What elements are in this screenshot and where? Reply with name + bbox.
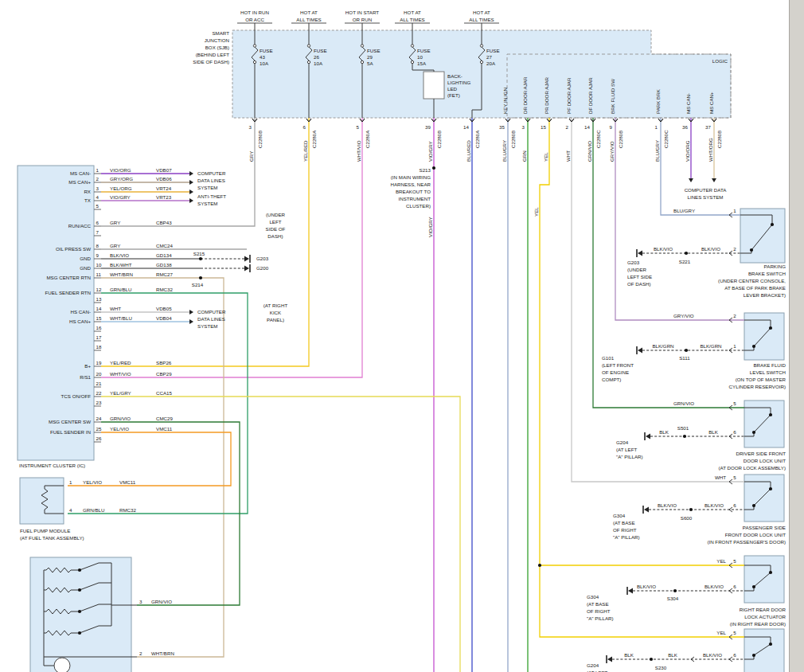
right-rear-door-lock-label: RIGHT REAR DOORLOCK ACTUATOR(IN RIGHT RE… bbox=[730, 607, 786, 627]
label: (UNDERLEFTSIDE OFDASH) bbox=[266, 212, 286, 239]
terminal-icon bbox=[411, 61, 413, 63]
label: BLU/GRY bbox=[673, 208, 695, 213]
scrollbar[interactable] bbox=[789, 0, 804, 672]
ground-g203-ic-arrow-icon bbox=[244, 256, 249, 262]
brake-fluid-switch-label: BRAKE FLUIDLEVEL SWITCH(ON TOP OF MASTER… bbox=[729, 362, 786, 389]
terminal-icon bbox=[480, 61, 482, 63]
ic-signal-label: FUEL SENDER RTN bbox=[45, 290, 91, 295]
label: 1 bbox=[733, 208, 736, 213]
connector-pin-number: 3 bbox=[522, 124, 525, 130]
ic-pin-number: 5 bbox=[96, 203, 100, 209]
splice-dot-icon bbox=[769, 413, 772, 416]
ic-pin-number: 7 bbox=[96, 229, 100, 235]
ic-signal-label: MSG CENTER SW bbox=[49, 419, 91, 424]
connector-pin-number: 5 bbox=[357, 124, 360, 130]
label: G204(AT LEFT"A" PILLAR) bbox=[616, 440, 643, 459]
connector-name: C2280C bbox=[595, 130, 601, 148]
label: S215 bbox=[193, 251, 205, 256]
ic-wire-color: WHT/BLU bbox=[110, 315, 132, 321]
splice-dot-icon bbox=[769, 326, 772, 330]
ic-signal-label: TX bbox=[84, 197, 91, 203]
ground-g204-arrow-icon bbox=[646, 434, 650, 440]
fet-box bbox=[423, 72, 444, 99]
label: GRY/VIO bbox=[673, 313, 694, 318]
fuel-pump-label: FUEL PUMP MODULE bbox=[20, 528, 70, 533]
splice-dot-icon bbox=[199, 257, 202, 260]
connector-name: C2280B bbox=[716, 131, 722, 148]
arrowhead-icon bbox=[189, 198, 193, 203]
connector-pin-number: 15 bbox=[541, 124, 546, 130]
wiring-diagram: HOT IN RUNOR ACCHOT ATALL TIMESHOT IN ST… bbox=[0, 0, 804, 672]
logic-label: LOGIC bbox=[712, 58, 728, 64]
label: (AT RIGHTKICKPANEL) bbox=[263, 303, 288, 322]
ic-signal-label: HS CAN+ bbox=[69, 318, 91, 324]
splice-dot-icon bbox=[769, 487, 772, 490]
ic-wire-color: GRN/BLU bbox=[110, 287, 132, 292]
label: BLK/VIO bbox=[704, 584, 724, 589]
label: 4 bbox=[69, 507, 72, 513]
sjb-label: SMARTJUNCTIONBOX (SJB)(BEHIND LEFTSIDE O… bbox=[193, 30, 229, 64]
ic-pin-number: 18 bbox=[96, 344, 102, 350]
ic-pin-number: 25 bbox=[96, 426, 102, 432]
ic-circuit-code: VMC11 bbox=[156, 426, 173, 432]
terminal-icon bbox=[307, 45, 310, 47]
wire-color-label: GRY bbox=[248, 151, 254, 162]
label: G204(AT LEFT bbox=[587, 662, 607, 672]
connector-pin-number: 39 bbox=[425, 124, 431, 130]
label: 2 bbox=[733, 313, 736, 318]
ic-signal-label: B+ bbox=[84, 363, 91, 369]
ic-pin-number: 14 bbox=[96, 306, 102, 311]
splice-dot-icon bbox=[752, 585, 755, 588]
label: S304 bbox=[667, 596, 679, 601]
terminal-icon bbox=[253, 61, 256, 63]
label: RMC32 bbox=[119, 507, 137, 513]
ic-pin-number: 24 bbox=[96, 416, 102, 421]
logic-signal-label: PF DOOR AJAR bbox=[566, 77, 572, 114]
label: YEL bbox=[533, 207, 539, 217]
wire-color-label: BLU/RED bbox=[466, 140, 471, 162]
label: GRN/VIO bbox=[673, 400, 694, 406]
logic-signal-label: MS CAN+ bbox=[708, 92, 714, 114]
label: G203 bbox=[256, 256, 269, 261]
ic-pin-number: 11 bbox=[96, 272, 102, 277]
terminal-icon bbox=[307, 61, 310, 63]
splice-dot-icon bbox=[685, 252, 688, 255]
wire-yel-red bbox=[101, 118, 309, 366]
label: S214 bbox=[192, 282, 204, 287]
label: 5 bbox=[733, 558, 736, 564]
ic-pin-number: 19 bbox=[96, 360, 102, 365]
wire-color-label: GRN bbox=[521, 150, 527, 162]
ic-circuit-code: CBP43 bbox=[156, 220, 172, 225]
label: BLK/GRN bbox=[652, 343, 673, 349]
wire-blu-gry-park-brk bbox=[661, 118, 740, 215]
ic-circuit-code: VDB07 bbox=[156, 167, 172, 173]
ic-wire-color: YEL/VIO bbox=[110, 426, 129, 432]
ic-wire-color: WHT bbox=[110, 306, 121, 311]
ic-circuit-code: CCA15 bbox=[156, 390, 173, 396]
supply-label: HOT IN RUNOR ACC bbox=[240, 10, 269, 22]
ic-signal-label: OIL PRESS SW bbox=[56, 246, 91, 252]
label: 1 bbox=[69, 479, 72, 485]
ground-g304-rear-arrow-icon bbox=[628, 588, 633, 594]
supply-label: HOT ATALL TIMES bbox=[469, 10, 494, 22]
supply-label: HOT IN STARTOR RUN bbox=[345, 10, 380, 22]
ic-wire-color: GRN/VIO bbox=[110, 416, 131, 421]
terminal-icon bbox=[54, 658, 70, 672]
logic-signal-label: DF DOOR AJAR bbox=[587, 77, 593, 114]
ic-signal-label: HS CAN- bbox=[71, 309, 91, 315]
logic-signal-label: KEY IN IGN bbox=[502, 88, 508, 114]
wire-yel-gry bbox=[101, 397, 460, 672]
label: G200 bbox=[256, 265, 269, 271]
label: WHT/BRN bbox=[151, 651, 174, 656]
left-rear-door-lock-box bbox=[744, 629, 784, 672]
terminal-icon bbox=[361, 45, 363, 47]
splice-dot-icon bbox=[78, 631, 81, 635]
ic-pin-number: 3 bbox=[96, 186, 100, 191]
ic-wire-color: VIO/ORG bbox=[110, 167, 131, 173]
ic-circuit-code: VDB04 bbox=[156, 315, 172, 321]
ic-signal-label: TCS ON/OFF bbox=[61, 393, 92, 399]
label: YEL bbox=[716, 630, 726, 635]
label: COMPUTERDATA LINESSYSTEM bbox=[197, 170, 226, 190]
arrowhead-icon bbox=[189, 310, 193, 315]
label: BLK bbox=[659, 429, 669, 435]
